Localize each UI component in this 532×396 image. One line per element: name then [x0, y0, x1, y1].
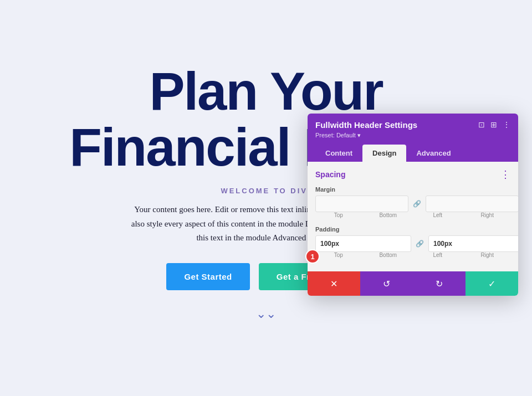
- margin-link-icon[interactable]: 🔗: [412, 200, 422, 208]
- spacing-header: Spacing ⋮: [315, 169, 510, 179]
- padding-right-label: Right: [464, 252, 511, 258]
- padding-top-input[interactable]: [315, 235, 411, 252]
- spacing-more-icon[interactable]: ⋮: [500, 169, 510, 179]
- margin-top-input[interactable]: [315, 196, 408, 212]
- margin-top-label: Top: [315, 212, 362, 218]
- margin-left-label: Left: [415, 212, 461, 218]
- panel-body: Spacing ⋮ Margin 🔗 🔗 Top Bottom Left: [308, 162, 518, 271]
- tab-advanced[interactable]: Advanced: [406, 145, 461, 162]
- hero-section: Plan Your Financial Future Welcome to Di…: [0, 0, 532, 396]
- panel-preset[interactable]: Preset: Default ▾: [315, 132, 510, 139]
- panel-header: Fullwidth Header Settings ⊡ ⊞ ⋮ Preset: …: [308, 114, 518, 162]
- padding-field-labels: Top Bottom Left Right: [315, 252, 510, 258]
- margin-right-label: Right: [464, 212, 511, 218]
- scroll-down-chevron[interactable]: ⌄⌄: [256, 307, 276, 321]
- margin-bottom-input[interactable]: [426, 196, 518, 212]
- panel-tabs: Content Design Advanced: [315, 145, 510, 162]
- panel-title: Fullwidth Header Settings: [315, 120, 417, 130]
- padding-bottom-label: Bottom: [365, 252, 412, 258]
- margin-bottom-label: Bottom: [365, 212, 412, 218]
- padding-top-label: Top: [315, 252, 362, 258]
- margin-label: Margin: [315, 186, 510, 193]
- panel-footer: ✕ ↺ ↻ ✓: [308, 271, 518, 296]
- tab-content[interactable]: Content: [315, 145, 362, 162]
- panel-title-row: Fullwidth Header Settings ⊡ ⊞ ⋮: [315, 120, 510, 130]
- margin-inputs: 🔗 🔗: [315, 196, 510, 212]
- step-badge: 1: [305, 249, 320, 264]
- hero-subtitle: Welcome to Divi: [221, 187, 311, 195]
- minimize-icon[interactable]: ⊡: [478, 120, 485, 130]
- padding-link-icon[interactable]: 🔗: [415, 240, 425, 248]
- panel-title-icons: ⊡ ⊞ ⋮: [478, 120, 510, 130]
- save-button[interactable]: ✓: [466, 271, 518, 296]
- padding-left-label: Left: [415, 252, 461, 258]
- padding-group: Padding 🔗 🔗 Top Bottom Left Right: [315, 226, 510, 258]
- margin-field-labels: Top Bottom Left Right: [315, 212, 510, 218]
- margin-group: Margin 🔗 🔗 Top Bottom Left Right: [315, 186, 510, 218]
- settings-panel: Fullwidth Header Settings ⊡ ⊞ ⋮ Preset: …: [308, 114, 518, 296]
- padding-bottom-input[interactable]: [428, 235, 518, 252]
- undo-button[interactable]: ↺: [360, 271, 413, 296]
- padding-label: Padding: [315, 226, 510, 233]
- get-started-button[interactable]: Get Started: [166, 263, 249, 290]
- redo-button[interactable]: ↻: [413, 271, 466, 296]
- columns-icon[interactable]: ⊞: [490, 120, 497, 130]
- spacing-title: Spacing: [315, 170, 345, 179]
- more-icon[interactable]: ⋮: [503, 120, 510, 130]
- tab-design[interactable]: Design: [362, 145, 406, 162]
- cancel-button[interactable]: ✕: [308, 271, 360, 296]
- padding-inputs: 🔗 🔗: [315, 235, 510, 252]
